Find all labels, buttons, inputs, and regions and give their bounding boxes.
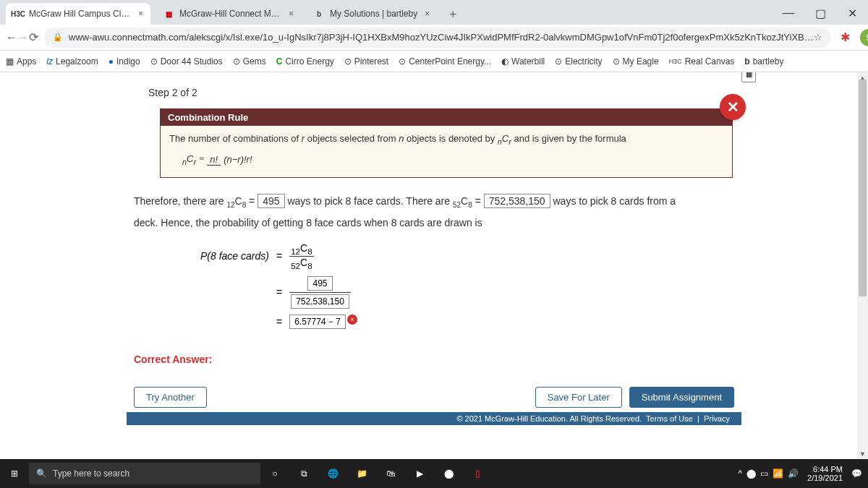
probability-calculation: P(8 face cards)= 12C852C8 = 495752,538,1… (196, 239, 362, 332)
bookmark-pinterest[interactable]: ⊙Pinterest (344, 56, 388, 67)
windows-taskbar: ⊞ 🔍 Type here to search ○ ⧉ 🌐 📁 🛍 ▶ ⬤ ▯ … (0, 459, 868, 488)
browser-tab[interactable]: H3C McGraw Hill Campus Classic × (6, 3, 150, 25)
address-bar[interactable]: 🔒 www-awu.connectmath.com/alekscgi/x/Isl… (44, 27, 831, 48)
bookmark-electricity[interactable]: ⊙Electricity (555, 56, 602, 67)
value-box: 495 (258, 194, 284, 208)
profile-avatar[interactable]: S (860, 29, 868, 46)
forward-button[interactable]: → (17, 27, 29, 48)
scrollbar-thumb[interactable] (859, 80, 867, 296)
close-tab-icon[interactable]: × (138, 9, 143, 19)
bookmark-icon: ◐ (501, 56, 509, 67)
browser-tab-strip: H3C McGraw Hill Campus Classic × ▦ McGra… (0, 0, 868, 25)
bookmark-icon: C (276, 56, 283, 67)
submit-assignment-button[interactable]: Submit Assignment (629, 387, 734, 408)
star-icon[interactable]: ☆ (814, 32, 822, 43)
explorer-icon[interactable]: 📁 (347, 459, 376, 488)
bookmark-icon: ⊙ (344, 56, 352, 67)
tray-chevron-icon[interactable]: ^ (738, 468, 742, 479)
calculator-icon[interactable]: ▦ (741, 72, 756, 82)
taskbar-search[interactable]: 🔍 Type here to search (29, 463, 260, 484)
bookmark-icon: H3C (669, 58, 682, 65)
favicon: ▦ (163, 9, 174, 19)
bookmark-door44[interactable]: ⊙Door 44 Studios (150, 56, 223, 67)
rule-body: The number of combinations of r objects … (161, 126, 732, 177)
save-for-later-button[interactable]: Save For Later (535, 387, 622, 408)
browser-toolbar: ← → ⟳ 🔒 www-awu.connectmath.com/alekscgi… (0, 25, 868, 51)
close-tab-icon[interactable]: × (289, 9, 294, 19)
bookmark-cirro[interactable]: CCirro Energy (276, 56, 334, 67)
tab-title: My Solutions | bartleby (330, 9, 417, 19)
chrome-icon[interactable]: ⬤ (434, 459, 463, 488)
maximize-button[interactable]: ▢ (804, 1, 836, 25)
bookmark-realcanvas[interactable]: H3CReal Canvas (669, 56, 735, 67)
numerator-input[interactable]: 495 (307, 276, 332, 291)
bookmark-indigo[interactable]: ●Indigo (109, 56, 140, 67)
page-content: ▦ Step 2 of 2 ✕ Combination Rule The num… (0, 72, 868, 459)
combination-rule-box: Combination Rule The number of combinati… (160, 108, 733, 178)
favicon: b (314, 9, 324, 19)
browser-tab[interactable]: ▦ McGraw-Hill Connect Math × (156, 3, 301, 25)
back-button[interactable]: ← (6, 27, 17, 48)
new-tab-button[interactable]: + (443, 4, 463, 25)
try-another-button[interactable]: Try Another (134, 387, 207, 408)
bookmark-icon: ⊙ (555, 56, 562, 67)
office-icon[interactable]: ▯ (463, 459, 492, 488)
rule-title: Combination Rule (161, 109, 732, 126)
bookmark-waterbill[interactable]: ◐Waterbill (501, 56, 545, 67)
bookmarks-bar: ▦Apps lzLegalzoom ●Indigo ⊙Door 44 Studi… (0, 51, 868, 72)
close-tab-icon[interactable]: × (425, 9, 430, 19)
search-placeholder: Type here to search (53, 468, 129, 479)
apps-icon: ▦ (6, 56, 14, 67)
action-buttons: Try Another Save For Later Submit Assign… (127, 387, 741, 408)
scroll-down-icon[interactable]: ▼ (857, 448, 868, 459)
denominator-input[interactable]: 752,538,150 (291, 294, 349, 309)
browser-tab[interactable]: b My Solutions | bartleby × (307, 3, 437, 25)
bookmark-icon: ⊙ (399, 56, 406, 67)
tab-title: McGraw-Hill Connect Math (179, 9, 281, 19)
bookmark-apps[interactable]: ▦Apps (6, 56, 36, 67)
combination-formula: nCr = n!(n−r)!r! (182, 153, 723, 166)
battery-icon[interactable]: ▭ (760, 468, 768, 479)
tab-title: McGraw Hill Campus Classic (29, 9, 131, 19)
answer-input[interactable]: 6.57774 − 7 (289, 314, 346, 329)
bookmark-legalzoom[interactable]: lzLegalzoom (46, 56, 98, 67)
bookmark-centerpoint[interactable]: ⊙CenterPoint Energy... (399, 56, 491, 67)
window-controls: — ▢ ✕ (773, 1, 868, 25)
extension-icon[interactable]: ✱ (837, 29, 854, 46)
bookmark-bartleby[interactable]: bbartleby (744, 56, 783, 67)
cortana-icon[interactable]: ○ (260, 459, 289, 488)
store-icon[interactable]: 🛍 (376, 459, 405, 488)
vertical-scrollbar[interactable]: ▲ ▼ (857, 72, 868, 459)
start-button[interactable]: ⊞ (0, 468, 29, 479)
minimize-button[interactable]: — (773, 1, 804, 25)
search-icon: 🔍 (36, 468, 47, 479)
bookmark-icon: ⊙ (233, 56, 240, 67)
extension-icons: ✱ S ⋮ (837, 29, 868, 46)
lock-icon: 🔒 (53, 33, 63, 42)
privacy-link[interactable]: Privacy (704, 414, 730, 423)
step-header: Step 2 of 2 (148, 87, 741, 98)
bookmark-icon: ⊙ (150, 56, 158, 67)
taskbar-clock[interactable]: 6:44 PM 2/19/2021 (803, 465, 847, 482)
bookmark-icon: lz (46, 56, 53, 67)
app-icon[interactable]: ▶ (405, 459, 434, 488)
url-text: www-awu.connectmath.com/alekscgi/x/Isl.e… (69, 32, 814, 43)
terms-link[interactable]: Terms of Use (646, 414, 693, 423)
task-view-icon[interactable]: ⧉ (289, 459, 318, 488)
notifications-icon[interactable]: 💬 (851, 468, 862, 479)
bookmark-icon: ● (109, 56, 114, 67)
close-step-button[interactable]: ✕ (720, 94, 746, 120)
bookmark-myeagle[interactable]: ⊙My Eagle (613, 56, 659, 67)
reload-button[interactable]: ⟳ (29, 27, 38, 48)
edge-icon[interactable]: 🌐 (318, 459, 347, 488)
incorrect-icon: × (347, 314, 357, 325)
bookmark-icon: b (744, 56, 749, 67)
security-icon[interactable]: ⬤ (746, 468, 756, 479)
bookmark-icon: ⊙ (613, 56, 620, 67)
wifi-icon[interactable]: 📶 (773, 468, 783, 479)
volume-icon[interactable]: 🔊 (788, 468, 799, 479)
favicon: H3C (13, 9, 23, 19)
close-window-button[interactable]: ✕ (836, 1, 868, 25)
bookmark-gems[interactable]: ⊙Gems (233, 56, 266, 67)
value-box: 752,538,150 (484, 194, 550, 208)
